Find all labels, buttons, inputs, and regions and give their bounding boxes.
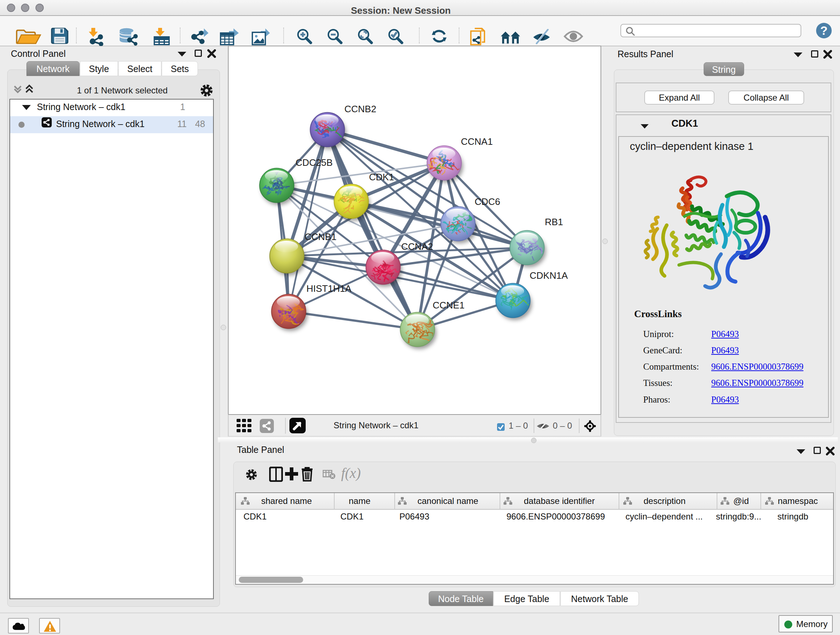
svg-text:CCNE1: CCNE1 <box>433 300 464 310</box>
svg-text:CDK1: CDK1 <box>369 172 394 182</box>
svg-text:CCNB1: CCNB1 <box>305 231 336 242</box>
svg-text:CDC6: CDC6 <box>475 196 500 207</box>
svg-text:CCNA2: CCNA2 <box>401 241 433 252</box>
svg-text:CDC25B: CDC25B <box>295 157 333 168</box>
svg-text:CCNA1: CCNA1 <box>461 136 493 147</box>
svg-text:CDKN1A: CDKN1A <box>530 270 568 281</box>
svg-text:HIST1H1A: HIST1H1A <box>306 283 352 294</box>
svg-text:RB1: RB1 <box>545 217 563 227</box>
svg-text:CCNB2: CCNB2 <box>344 103 376 114</box>
